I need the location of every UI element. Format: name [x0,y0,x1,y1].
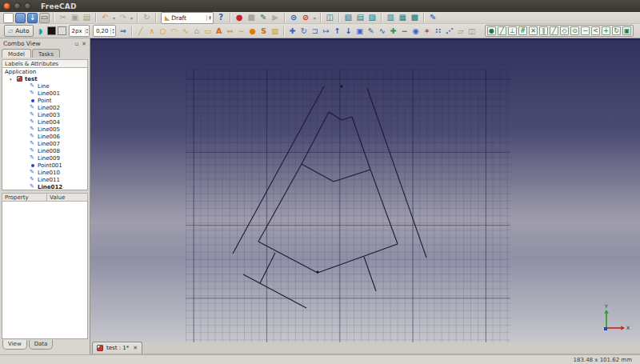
snap-special-icon[interactable]: ↻ [612,26,621,35]
snap-dimensions-icon[interactable]: − [581,26,590,35]
tree-item-test[interactable]: ▾test [2,75,87,82]
dock-float-icon[interactable]: ▫ [74,41,78,47]
draft-array-icon[interactable]: ∷ [434,26,443,36]
draft-line-8[interactable] [370,170,398,244]
tree-item-application[interactable]: Application [2,68,87,75]
view-right-icon[interactable]: ▨ [367,13,378,23]
snap-perpendicular-icon[interactable]: ⊥ [508,26,517,35]
snap-intersection-icon[interactable]: ✕ [529,26,538,35]
tree-item-line008[interactable]: ✎Line008 [2,147,87,154]
copy-icon[interactable]: ▣ [70,13,80,23]
draft-offset-icon[interactable]: ⊐ [310,26,320,36]
tree-item-point[interactable]: Point [2,97,87,104]
snap-angle-icon[interactable]: ◇ [560,26,569,35]
combo-arrows-icon[interactable]: ▴▾ [206,15,211,21]
draft-shapestring-icon[interactable]: S [259,26,269,36]
tree-item-line010[interactable]: ✎Line010 [2,169,87,176]
tree-item-line011[interactable]: ✎Line011 [2,176,87,183]
whats-this-icon[interactable]: ? [216,13,226,23]
draft-rotate-icon[interactable]: ↻ [299,26,309,36]
print-icon[interactable]: ▭ [39,13,50,23]
line-width-spinner[interactable]: 2px▴▾ [69,25,90,37]
draft-line-9[interactable] [318,244,398,273]
panel-close-icon[interactable]: ✕ [82,41,86,47]
window-maximize-button[interactable] [24,2,31,10]
draft-line-icon[interactable]: ╱ [136,26,146,36]
draft-del-point-icon[interactable]: − [400,26,410,36]
draft-edit-icon[interactable]: ✎ [366,26,376,36]
apply-style-icon[interactable]: ⇒ [118,26,128,36]
macro-edit-icon[interactable]: ✎ [258,13,269,23]
tree-item-line001[interactable]: ✎Line001 [2,90,87,97]
construction-mode-icon[interactable]: ◗ [36,26,46,36]
draft-shape2dview-icon[interactable]: ◉ [411,26,421,36]
tree-item-line009[interactable]: ✎Line009 [2,154,87,162]
cut-icon[interactable]: ✂ [58,13,68,23]
spinner-arrows-icon[interactable]: ▴▾ [110,28,114,34]
draft-line-11[interactable] [258,164,302,242]
snap-parallel-icon[interactable]: ∥ [539,26,548,35]
draft-bezier-icon[interactable]: ∼ [237,26,246,36]
face-color-swatch[interactable] [58,26,66,35]
draft-arc-icon[interactable]: ◠ [170,26,179,36]
draft-add-point-icon[interactable]: ✚ [389,26,398,36]
snap-center-icon[interactable]: ⊙ [570,26,579,35]
view-top-icon[interactable]: ▤ [355,13,366,23]
tree-item-line007[interactable]: ✎Line007 [2,140,87,147]
draft-move-icon[interactable]: ✚ [288,26,298,36]
document-tab[interactable]: test : 1* ✕ [92,342,142,354]
tab-view[interactable]: View [2,340,27,350]
redo-icon[interactable]: ↷ [118,13,128,23]
macro-stop-icon[interactable]: ■ [246,13,257,23]
draft-trimex-icon[interactable]: ↦ [322,26,331,36]
tab-tasks[interactable]: Tasks [32,49,60,58]
tree-item-line005[interactable]: ✎Line005 [2,126,87,133]
snap-grid-toggle-icon[interactable]: ▣ [622,26,631,35]
new-file-icon[interactable] [3,13,14,23]
draft-text-icon[interactable]: A [214,26,224,36]
tree-item-line004[interactable]: ✎Line004 [2,118,87,126]
draft-scale-icon[interactable]: ▣ [355,26,365,36]
open-folder-icon[interactable] [15,13,26,23]
undo-dropdown[interactable]: ▾ [111,15,117,21]
paste-icon[interactable]: ▤ [82,13,92,23]
snap-ortho-icon[interactable]: + [602,26,610,35]
draft-facebinder-icon[interactable]: ▨ [270,26,280,36]
snap-lock-icon[interactable]: ● [487,26,496,35]
undo-icon[interactable]: ↶ [100,13,110,23]
window-minimize-button[interactable] [14,2,21,10]
view-rear-icon[interactable]: ▥ [386,13,396,23]
draft-rectangle-icon[interactable]: ▭ [203,26,213,36]
draft-bspline-icon[interactable]: ∿ [181,26,190,36]
draft-clone-icon[interactable]: ▱ [456,26,466,36]
tree-item-line003[interactable]: ✎Line003 [2,111,87,118]
view-bottom-icon[interactable]: ▦ [398,13,408,23]
redo-dropdown[interactable]: ▾ [129,15,134,21]
snap-endpoint-icon[interactable]: ╱ [498,26,506,35]
tab-model[interactable]: Model [2,49,31,58]
tree-item-point001[interactable]: Point001 [2,162,87,169]
snap-grid-icon[interactable]: # [518,26,527,35]
draft-point-icon[interactable]: ● [248,26,258,36]
line-color-swatch[interactable] [47,26,56,35]
window-close-button[interactable] [3,2,10,10]
macro-record-icon[interactable]: ● [234,13,245,23]
measure-distance-icon[interactable]: ✎ [428,13,438,23]
view-front-icon[interactable]: ▧ [343,13,354,23]
tab-close-icon[interactable]: ✕ [133,345,138,351]
draft-line-13[interactable] [243,274,306,308]
draft-point-1[interactable] [316,270,318,273]
view-axonometric-icon[interactable]: ◫ [325,13,335,23]
spinner-arrows-icon[interactable]: ▴▾ [85,28,89,34]
macro-play-icon[interactable]: ▶ [270,13,281,23]
draft-line-7[interactable] [334,170,370,182]
tree-item-line[interactable]: ✎Line [2,82,87,90]
fit-all-icon[interactable]: ⊙ [289,13,299,23]
tree-item-line006[interactable]: ✎Line006 [2,133,87,140]
snap-extension-icon[interactable]: ╱ [550,26,558,35]
draft-polygon-icon[interactable]: ⌂ [192,26,202,36]
draw-style-dropdown[interactable]: ▾ [312,15,318,21]
property-table-body[interactable] [2,202,88,339]
working-plane-auto-button[interactable]: ▱Auto [4,25,34,37]
3d-viewport[interactable]: YX [90,38,640,342]
